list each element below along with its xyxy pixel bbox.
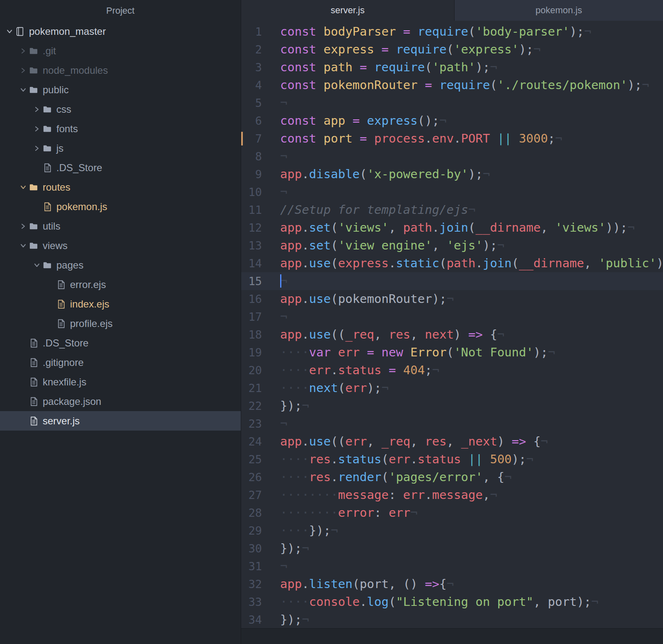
tree-item-label: pages (56, 259, 83, 271)
code-line-31[interactable]: 31¬ (241, 557, 663, 575)
code-line-content: ····var err = new Error('Not Found');¬ (280, 344, 555, 361)
tree-item-views[interactable]: views (0, 236, 241, 255)
tree-item-.git[interactable]: .git (0, 41, 241, 61)
chevron-collapsed-icon[interactable] (18, 223, 29, 230)
code-line-32[interactable]: 32app.listen(port, () =>{¬ (241, 575, 663, 593)
sidebar-title: Project (0, 0, 241, 22)
code-line-content: const bodyParser = require('body-parser'… (280, 23, 591, 41)
code-line-19[interactable]: 19····var err = new Error('Not Found');¬ (241, 344, 663, 361)
chevron-collapsed-icon[interactable] (18, 48, 29, 54)
code-line-12[interactable]: 12app.set('views', path.join(__dirname, … (241, 219, 663, 237)
line-number: 1 (241, 23, 262, 41)
folder-icon (29, 46, 39, 56)
tree-item-label: pokemon_master (29, 26, 106, 37)
file-icon (56, 280, 66, 290)
tree-item-pokemon-master[interactable]: pokemon_master (0, 22, 241, 41)
tree-item-.ds-store[interactable]: .DS_Store (0, 158, 241, 177)
chevron-expanded-icon[interactable] (4, 28, 15, 35)
code-line-25[interactable]: 25····res.status(err.status || 500);¬ (241, 450, 663, 468)
line-number: 6 (241, 112, 262, 130)
line-number: 34 (241, 611, 262, 628)
line-number: 30 (241, 540, 262, 557)
code-line-17[interactable]: 17¬ (241, 308, 663, 326)
code-line-content: ¬ (280, 557, 287, 575)
code-line-3[interactable]: 3const path = require('path');¬ (241, 58, 663, 76)
tree-item-label: error.ejs (70, 279, 106, 291)
code-line-24[interactable]: 24app.use((err, _req, res, _next) => {¬ (241, 433, 663, 450)
code-line-content: ····console.log("Listening on port", por… (280, 593, 598, 611)
tree-item-label: public (43, 84, 69, 96)
code-line-30[interactable]: 30});¬ (241, 540, 663, 557)
line-number: 3 (241, 58, 262, 76)
code-line-22[interactable]: 22});¬ (241, 397, 663, 415)
chevron-collapsed-icon[interactable] (31, 126, 42, 132)
line-number: 29 (241, 522, 262, 540)
tab-server-js[interactable]: server.js (241, 0, 454, 21)
tree-item-routes[interactable]: routes (0, 177, 241, 197)
code-line-11[interactable]: 11//Setup for templating/ejs¬ (241, 201, 663, 219)
tree-item-js[interactable]: js (0, 138, 241, 158)
tab-pokemon-js[interactable]: pokemon.js (454, 0, 663, 21)
line-number: 18 (241, 326, 262, 344)
code-line-8[interactable]: 8¬ (241, 148, 663, 165)
code-line-4[interactable]: 4const pokemonRouter = require('./routes… (241, 76, 663, 94)
file-icon (29, 358, 39, 368)
code-line-content: });¬ (280, 540, 309, 557)
tree-item-.ds-store[interactable]: .DS_Store (0, 333, 241, 353)
code-line-26[interactable]: 26····res.render('pages/error', {¬ (241, 468, 663, 486)
chevron-collapsed-icon[interactable] (31, 145, 42, 152)
project-sidebar: Project pokemon_master.gitnode_modulespu… (0, 0, 241, 644)
code-line-18[interactable]: 18app.use((_req, res, next) => {¬ (241, 326, 663, 344)
tree-item-knexfile.js[interactable]: knexfile.js (0, 372, 241, 392)
horizontal-scrollbar-track[interactable] (241, 628, 663, 644)
tree-item-node-modules[interactable]: node_modules (0, 61, 241, 80)
chevron-expanded-icon[interactable] (18, 242, 29, 249)
tree-item-package.json[interactable]: package.json (0, 392, 241, 411)
tree-item-index.ejs[interactable]: index.ejs (0, 294, 241, 314)
code-line-27[interactable]: 27········message: err.message,¬ (241, 486, 663, 504)
code-line-9[interactable]: 9app.disable('x-powered-by');¬ (241, 165, 663, 183)
code-line-29[interactable]: 29····});¬ (241, 522, 663, 540)
code-line-10[interactable]: 10¬ (241, 183, 663, 201)
chevron-expanded-icon[interactable] (31, 262, 42, 269)
code-line-34[interactable]: 34});¬ (241, 611, 663, 628)
tree-item-label: index.ejs (70, 298, 109, 310)
line-number: 26 (241, 468, 262, 486)
code-line-2[interactable]: 2const express = require('express');¬ (241, 41, 663, 58)
code-line-5[interactable]: 5¬ (241, 94, 663, 112)
tree-item-css[interactable]: css (0, 99, 241, 119)
code-line-33[interactable]: 33····console.log("Listening on port", p… (241, 593, 663, 611)
code-line-21[interactable]: 21····next(err);¬ (241, 379, 663, 397)
code-line-20[interactable]: 20····err.status = 404;¬ (241, 361, 663, 379)
file-icon (56, 299, 66, 309)
code-line-1[interactable]: 1const bodyParser = require('body-parser… (241, 23, 663, 41)
code-line-23[interactable]: 23¬ (241, 415, 663, 433)
code-line-7[interactable]: 7const port = process.env.PORT || 3000;¬ (241, 130, 663, 148)
tree-item-error.ejs[interactable]: error.ejs (0, 275, 241, 294)
code-line-13[interactable]: 13app.set('view engine', 'ejs');¬ (241, 237, 663, 254)
chevron-collapsed-icon[interactable] (31, 106, 42, 113)
tree-item-utils[interactable]: utils (0, 216, 241, 236)
tree-item-fonts[interactable]: fonts (0, 119, 241, 138)
code-line-14[interactable]: 14app.use(express.static(path.join(__dir… (241, 254, 663, 272)
chevron-expanded-icon[interactable] (18, 87, 29, 93)
code-line-16[interactable]: 16app.use(pokemonRouter);¬ (241, 290, 663, 308)
code-line-28[interactable]: 28········error: err¬ (241, 504, 663, 522)
tree-item-profile.ejs[interactable]: profile.ejs (0, 314, 241, 333)
tree-item-label: .gitignore (43, 357, 84, 368)
line-number: 5 (241, 94, 262, 112)
tree-item-pages[interactable]: pages (0, 255, 241, 275)
code-line-15[interactable]: 15¬ (241, 272, 663, 290)
tab-label: server.js (331, 5, 365, 16)
tree-item-public[interactable]: public (0, 80, 241, 99)
chevron-expanded-icon[interactable] (18, 184, 29, 191)
tree-item-.gitignore[interactable]: .gitignore (0, 353, 241, 372)
tree-item-server.js[interactable]: server.js (0, 411, 241, 431)
tree-item-pokemon.js[interactable]: pokemon.js (0, 197, 241, 216)
tab-bar: server.js pokemon.js (241, 0, 663, 21)
code-editor[interactable]: 1const bodyParser = require('body-parser… (241, 21, 663, 628)
chevron-collapsed-icon[interactable] (18, 67, 29, 74)
file-icon (42, 163, 52, 173)
code-line-content: ¬ (280, 272, 287, 290)
code-line-6[interactable]: 6const app = express();¬ (241, 112, 663, 130)
